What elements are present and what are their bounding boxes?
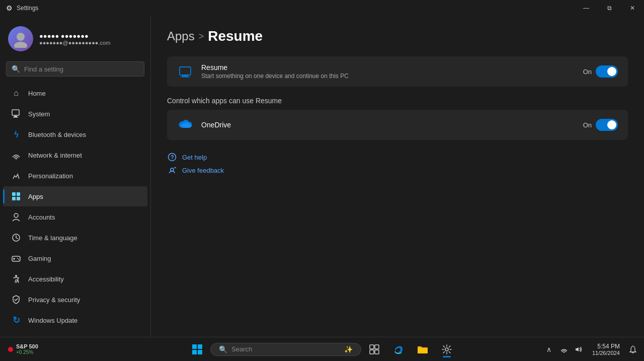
file-explorer-button[interactable] xyxy=(412,339,434,359)
stock-widget[interactable]: S&P 500 +0.25% xyxy=(4,341,42,357)
taskbar-center: 🔍 Search ✨ xyxy=(186,339,458,359)
svg-point-23 xyxy=(171,168,174,171)
personalization-icon xyxy=(11,171,21,181)
sidebar-item-network[interactable]: Network & internet xyxy=(3,145,147,165)
svg-rect-20 xyxy=(181,77,190,78)
sidebar-item-accessibility[interactable]: Accessibility xyxy=(3,269,147,289)
svg-point-16 xyxy=(18,259,19,260)
search-input[interactable] xyxy=(24,65,139,73)
resume-toggle-label: On xyxy=(583,68,592,76)
onedrive-toggle-label: On xyxy=(583,121,592,129)
search-bar[interactable]: 🔍 xyxy=(6,61,144,77)
svg-rect-9 xyxy=(17,197,20,200)
close-button[interactable]: ✕ xyxy=(621,0,644,16)
tray-network-icon[interactable] xyxy=(557,340,571,358)
bluetooth-icon: ϟ xyxy=(11,129,21,139)
svg-rect-2 xyxy=(12,110,19,115)
taskbar: S&P 500 +0.25% 🔍 Search ✨ xyxy=(0,337,644,361)
tray-chevron[interactable]: ∧ xyxy=(542,340,556,358)
resume-setting-row: Resume Start something on one device and… xyxy=(167,56,628,87)
taskbar-search[interactable]: 🔍 Search ✨ xyxy=(210,343,361,356)
svg-point-17 xyxy=(15,275,17,277)
onedrive-toggle[interactable] xyxy=(596,119,618,131)
get-help-label: Get help xyxy=(182,154,207,161)
sidebar-item-update[interactable]: ↻ Windows Update xyxy=(3,310,147,330)
svg-point-10 xyxy=(14,213,18,218)
network-icon xyxy=(11,150,21,160)
accessibility-icon xyxy=(11,274,21,284)
nav-label-system: System xyxy=(28,110,50,118)
svg-rect-4 xyxy=(13,117,18,118)
nav-label-network: Network & internet xyxy=(28,152,82,159)
taskbar-right: ∧ 5:54 PM 11/26/2024 xyxy=(542,340,640,358)
sidebar-nav: ⌂ Home System ϟ Bluetooth & devices xyxy=(0,83,150,337)
user-info: ●●●●● ●●●●●●● ●●●●●●●@●●●●●●●●●.com xyxy=(39,32,110,46)
stock-change: +0.25% xyxy=(16,349,38,355)
sidebar-item-time[interactable]: Time & language xyxy=(3,228,147,248)
settings-taskbar-button[interactable] xyxy=(436,339,458,359)
resume-icon xyxy=(177,63,193,80)
user-name: ●●●●● ●●●●●●● xyxy=(39,32,110,40)
get-help-link[interactable]: ? Get help xyxy=(167,152,628,162)
nav-label-gaming: Gaming xyxy=(28,255,51,262)
give-feedback-icon xyxy=(167,165,177,175)
nav-label-bluetooth: Bluetooth & devices xyxy=(28,131,86,138)
svg-rect-18 xyxy=(180,67,191,75)
sidebar-item-privacy[interactable]: Privacy & security xyxy=(3,290,147,310)
sidebar-item-personalization[interactable]: Personalization xyxy=(3,166,147,186)
nav-label-privacy: Privacy & security xyxy=(28,296,80,304)
sidebar-item-apps[interactable]: Apps xyxy=(3,186,147,206)
svg-rect-32 xyxy=(418,348,428,353)
sidebar-item-bluetooth[interactable]: ϟ Bluetooth & devices xyxy=(3,124,147,145)
svg-rect-7 xyxy=(17,192,20,196)
notification-button[interactable] xyxy=(626,340,640,358)
avatar xyxy=(8,26,33,51)
user-profile[interactable]: ●●●●● ●●●●●●● ●●●●●●●@●●●●●●●●●.com xyxy=(0,20,150,59)
give-feedback-label: Give feedback xyxy=(182,167,224,174)
minimize-button[interactable]: — xyxy=(575,0,598,16)
sidebar-item-home[interactable]: ⌂ Home xyxy=(3,83,147,103)
resume-toggle[interactable] xyxy=(596,65,618,78)
sidebar-item-accounts[interactable]: Accounts xyxy=(3,207,147,227)
onedrive-row: OneDrive On xyxy=(167,110,628,140)
app-body: ●●●●● ●●●●●●● ●●●●●●●@●●●●●●●●●.com 🔍 ⌂ … xyxy=(0,16,644,337)
svg-rect-31 xyxy=(375,350,379,354)
svg-point-15 xyxy=(17,258,18,259)
onedrive-toggle-container: On xyxy=(583,119,618,131)
get-help-icon: ? xyxy=(167,152,177,162)
clock-date: 11/26/2024 xyxy=(592,350,620,356)
svg-text:?: ? xyxy=(171,154,174,160)
taskbar-search-text: Search xyxy=(231,345,340,353)
sidebar-item-system[interactable]: System xyxy=(3,104,147,124)
nav-label-apps: Apps xyxy=(28,193,43,200)
svg-rect-30 xyxy=(370,350,374,354)
svg-rect-25 xyxy=(198,344,202,349)
tray-volume-icon[interactable] xyxy=(572,340,586,358)
privacy-icon xyxy=(11,295,21,305)
stock-info: S&P 500 +0.25% xyxy=(16,343,38,355)
svg-rect-35 xyxy=(576,348,577,350)
sidebar-item-gaming[interactable]: Gaming xyxy=(3,248,147,268)
breadcrumb-separator: > xyxy=(199,31,204,42)
search-icon: 🔍 xyxy=(12,65,20,73)
svg-point-0 xyxy=(17,33,25,41)
task-view-button[interactable] xyxy=(363,339,385,359)
svg-rect-26 xyxy=(192,350,197,354)
svg-rect-6 xyxy=(12,192,16,196)
resume-card: Resume Start something on one device and… xyxy=(167,56,628,87)
sidebar: ●●●●● ●●●●●●● ●●●●●●●@●●●●●●●●●.com 🔍 ⌂ … xyxy=(0,16,151,337)
resume-description: Start something on one device and contin… xyxy=(201,73,575,80)
onedrive-title: OneDrive xyxy=(201,121,575,129)
onedrive-text: OneDrive xyxy=(201,121,575,129)
nav-label-update: Windows Update xyxy=(28,317,77,324)
datetime-widget[interactable]: 5:54 PM 11/26/2024 xyxy=(588,341,624,358)
give-feedback-link[interactable]: Give feedback xyxy=(167,165,628,175)
window-title: Settings xyxy=(17,5,38,12)
nav-label-home: Home xyxy=(28,90,46,97)
nav-label-personalization: Personalization xyxy=(28,172,73,180)
edge-button[interactable] xyxy=(387,339,410,359)
start-button[interactable] xyxy=(186,339,208,359)
gaming-icon xyxy=(11,253,21,263)
breadcrumb-parent[interactable]: Apps xyxy=(167,29,195,43)
maximize-button[interactable]: ⧉ xyxy=(598,0,621,16)
